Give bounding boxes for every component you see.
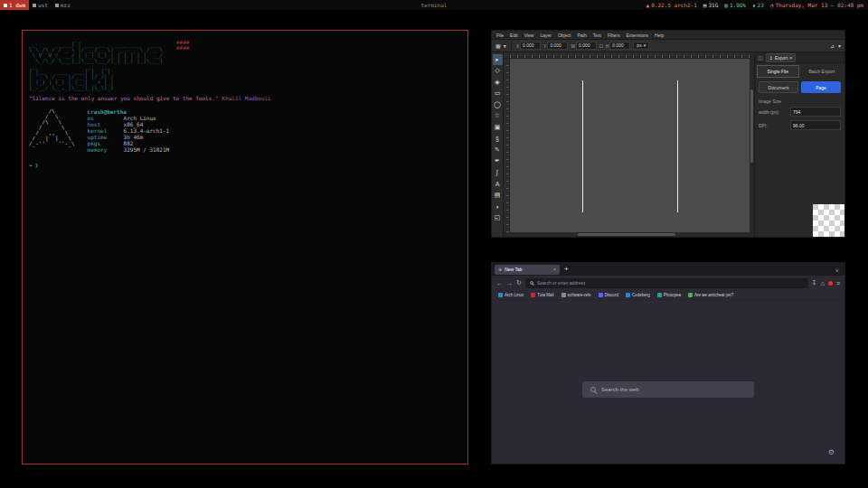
pen-tool-icon[interactable]: ✒ [493, 156, 503, 167]
dock-tab-bar: ◫ ↥ Export × [755, 52, 844, 63]
y-field[interactable]: Y0.000 [543, 42, 568, 50]
export-dpi-input[interactable]: 96.00 [790, 120, 841, 130]
single-file-tab[interactable]: Single File [757, 65, 799, 78]
hscroll-thumb[interactable] [578, 233, 676, 236]
forward-button[interactable]: → [506, 280, 513, 286]
export-icon: ↥ [769, 55, 773, 61]
x-input[interactable]: 0.000 [520, 42, 541, 50]
fetch-row: uptime3h 46m [88, 134, 170, 140]
bookmark-codeberg[interactable]: Codeberg [626, 293, 650, 297]
h-input[interactable]: 0.000 [609, 42, 630, 50]
workspace-tag-3[interactable]: mzz [52, 0, 74, 10]
bookmark-favicon [657, 293, 662, 297]
node-tool-icon[interactable]: ◇ [493, 66, 503, 77]
w-label: W [571, 43, 575, 49]
workspace-tag-1[interactable]: 1 dwm [0, 0, 29, 10]
menu-icon[interactable]: ≡ [836, 280, 840, 286]
text-tool-icon[interactable]: A [493, 179, 503, 190]
vscroll-thumb[interactable] [750, 89, 753, 164]
bookmark-arch-linux[interactable]: Arch Linux [498, 293, 524, 297]
new-tab-button[interactable]: + [562, 266, 571, 273]
y-input[interactable]: 0.000 [547, 42, 568, 50]
ruler-corner [504, 52, 510, 59]
width-field[interactable]: W0.000 [571, 42, 597, 50]
menu-layer[interactable]: Layer [540, 33, 552, 38]
active-tab[interactable]: ⊕ New Tab × [495, 265, 560, 275]
terminal-window[interactable]: _ __ _____| | ___ ___ _ __ ___ ___ \ \ /… [22, 30, 468, 465]
selector-tool-icon[interactable]: ▸ [493, 54, 503, 65]
home-icon[interactable]: ⌂ [821, 280, 825, 286]
menu-text[interactable]: Text [593, 33, 601, 38]
drawing-canvas[interactable] [510, 59, 750, 232]
volume-icon: ◖ [752, 2, 756, 8]
bookmark-tuta-mail[interactable]: Tuta Mail [531, 293, 553, 297]
browser-window[interactable]: ⊕ New Tab × + ∨ ← → ↻ Search or enter ad… [491, 262, 845, 465]
personalize-gear-icon[interactable]: ⚙ [828, 448, 835, 456]
bookmark-photopea[interactable]: Photopea [657, 293, 681, 297]
fetch-label: host [88, 121, 124, 127]
calligraphy-tool-icon[interactable]: ∫ [493, 167, 503, 178]
chevron-down-icon[interactable]: ▾ [504, 42, 506, 49]
snap-toggle-icon[interactable]: ⊿ [830, 42, 835, 49]
shell-prompt[interactable]: ~❯ [29, 162, 461, 168]
dropper-tool-icon[interactable]: ◗ [493, 202, 503, 212]
reload-button[interactable]: ↻ [516, 279, 522, 286]
close-icon[interactable]: × [789, 55, 792, 61]
status-memory: ▥1.9G% [724, 2, 746, 8]
menu-object[interactable]: Object [558, 33, 571, 38]
menu-file[interactable]: File [496, 33, 504, 38]
status-volume: ◖23 [752, 2, 764, 8]
horizontal-scrollbar[interactable] [504, 232, 750, 237]
height-field[interactable]: H0.000 [606, 42, 631, 50]
web-search-input[interactable]: Search the web [582, 381, 754, 398]
inkscape-window[interactable]: File Edit View Layer Object Path Text Fi… [491, 30, 845, 238]
page-button[interactable]: Page [801, 81, 841, 93]
image-size-label: Image Size [755, 95, 844, 105]
export-mode-tabs: Single File Batch Export [755, 63, 844, 78]
tab-close-icon[interactable]: × [553, 267, 556, 272]
lock-ratio-icon[interactable]: □ [599, 43, 603, 49]
status-bar: 1 dwm ust mzz terminal ▲0.22.5 arch2-1 ▤… [0, 0, 868, 10]
batch-export-tab[interactable]: Batch Export [801, 65, 844, 78]
bookmark-are-we-anticheat[interactable]: Are we anticheat yet? [688, 293, 733, 297]
workspace-tag-2[interactable]: ust [29, 0, 52, 10]
menu-path[interactable]: Path [577, 33, 586, 38]
gradient-tool-icon[interactable]: ▤ [493, 190, 503, 201]
export-panel-tab[interactable]: ↥ Export × [766, 53, 797, 62]
menu-view[interactable]: View [524, 33, 534, 38]
w-input[interactable]: 0.000 [576, 42, 597, 50]
bookmark-favicon [531, 293, 535, 297]
bookmark-discord[interactable]: Discord [599, 293, 618, 297]
rectangle-tool-icon[interactable]: ▭ [493, 89, 503, 99]
box3d-tool-icon[interactable]: ▣ [493, 122, 503, 133]
ellipse-tool-icon[interactable]: ◯ [493, 99, 503, 110]
x-field[interactable]: X0.000 [516, 42, 541, 50]
unit-select[interactable]: px▾ [633, 42, 649, 50]
spiral-tool-icon[interactable]: § [493, 134, 503, 145]
back-button[interactable]: ← [496, 280, 503, 286]
shape-builder-tool-icon[interactable]: ◈ [493, 77, 503, 88]
menu-filters[interactable]: Filters [608, 33, 620, 38]
list-tabs-icon[interactable]: ∨ [835, 267, 842, 273]
fetch-row: hostx86_64 [88, 121, 170, 127]
selection-options-icon[interactable]: ▦ [495, 42, 501, 49]
fetch-label: pkgs [88, 140, 124, 146]
chevron-down-icon[interactable]: ▾ [838, 42, 841, 49]
memory-text: 1.9G% [730, 2, 746, 8]
pages-tool-icon[interactable]: ◱ [493, 212, 503, 223]
menu-extensions[interactable]: Extensions [627, 33, 648, 38]
dock-misc-icon[interactable]: ◫ [758, 54, 763, 61]
downloads-icon[interactable]: ↧ [812, 279, 817, 286]
menu-help[interactable]: Help [655, 33, 664, 38]
export-width-input[interactable]: 794 [790, 107, 841, 117]
export-dpi-label: DPI: [759, 123, 788, 128]
menu-edit[interactable]: Edit [510, 33, 518, 38]
bookmark-software-refs[interactable]: software-refs [561, 293, 591, 297]
bookmark-favicon [688, 293, 693, 297]
red-dot-icon[interactable] [828, 281, 833, 286]
star-tool-icon[interactable]: ☆ [493, 111, 503, 122]
address-bar[interactable]: Search or enter address [525, 278, 808, 288]
x-label: X [516, 43, 519, 49]
document-button[interactable]: Document [759, 81, 798, 93]
pencil-tool-icon[interactable]: ✎ [493, 145, 503, 155]
